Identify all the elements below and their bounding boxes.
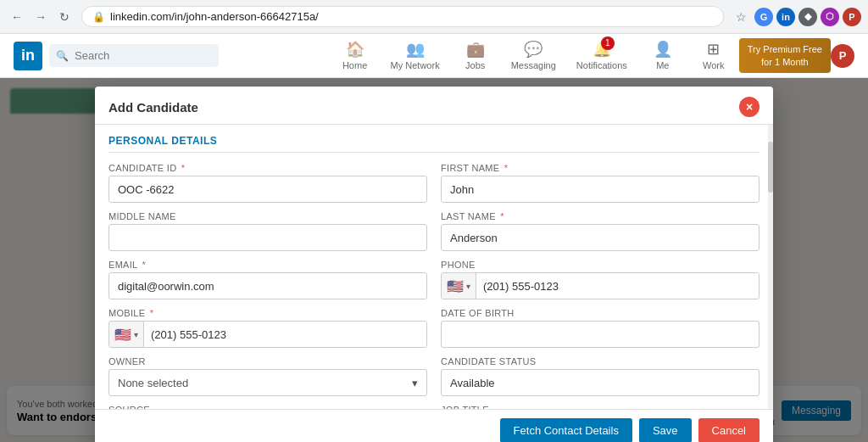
phone-label: PHONE: [441, 260, 760, 270]
nav-me[interactable]: 👤 Me: [637, 34, 688, 78]
email-group: EMAIL *: [108, 260, 427, 299]
ext-icon-2[interactable]: in: [776, 8, 795, 26]
nav-network-label: My Network: [391, 60, 440, 70]
scroll-indicator: [768, 125, 773, 409]
network-icon: 👥: [406, 41, 425, 58]
nav-network[interactable]: 👥 My Network: [381, 34, 450, 78]
first-name-label: FIRST NAME *: [441, 163, 760, 173]
bookmark-button[interactable]: ☆: [731, 7, 751, 27]
ext-icon-4[interactable]: ⬡: [821, 8, 839, 26]
form-grid: CANDIDATE ID * FIRST NAME *: [108, 163, 760, 409]
mobile-label: MOBILE *: [108, 308, 427, 318]
jobs-icon: 💼: [466, 41, 485, 58]
modal-header: Add Candidate ×: [95, 87, 773, 125]
mobile-flag-dropdown-arrow: ▾: [134, 330, 138, 339]
email-label: EMAIL *: [108, 260, 427, 270]
candidate-id-input[interactable]: [108, 176, 427, 203]
nav-notifications[interactable]: 🔔 1 Notifications: [566, 34, 637, 78]
candidate-status-label: CANDIDATE STATUS: [441, 356, 760, 366]
messaging-icon: 💬: [524, 41, 542, 58]
candidate-id-label: CANDIDATE ID *: [108, 163, 427, 173]
browser-icons: ☆ G in ◆ ⬡ P: [731, 7, 861, 27]
first-name-input[interactable]: [441, 176, 760, 203]
address-bar[interactable]: 🔒 linkedin.com/in/john-anderson-66642715…: [81, 6, 724, 27]
scroll-thumb: [768, 142, 773, 193]
nav-messaging[interactable]: 💬 Messaging: [501, 34, 566, 78]
source-label: SOURCE: [108, 405, 427, 409]
nav-work[interactable]: ⊞ Work: [688, 34, 739, 78]
main-nav: 🏠 Home 👥 My Network 💼 Jobs 💬 Messaging 🔔…: [330, 34, 854, 78]
first-name-group: FIRST NAME *: [441, 163, 760, 203]
last-name-input[interactable]: [441, 224, 760, 251]
modal-title: Add Candidate: [108, 100, 198, 115]
modal-body[interactable]: PERSONAL DETAILS CANDIDATE ID * FIRST NA: [95, 125, 773, 409]
mobile-number-input[interactable]: [144, 322, 426, 347]
phone-number-input[interactable]: [476, 273, 759, 299]
owner-dropdown[interactable]: None selected ▾: [108, 369, 427, 396]
mobile-input-wrap: 🇺🇸 ▾: [108, 321, 427, 348]
owner-group: OWNER None selected ▾: [108, 356, 427, 396]
candidate-status-input[interactable]: [441, 369, 760, 396]
browser-chrome: ← → ↻ 🔒 linkedin.com/in/john-anderson-66…: [0, 0, 868, 34]
job-title-label: JOB TITLE: [441, 405, 760, 409]
search-wrap: 🔍: [49, 44, 219, 67]
search-icon: 🔍: [56, 50, 69, 62]
ext-icon-1[interactable]: G: [754, 8, 773, 26]
premium-button[interactable]: Try Premium Free for 1 Month: [739, 38, 831, 73]
nav-jobs-label: Jobs: [465, 60, 485, 70]
nav-messaging-label: Messaging: [511, 60, 556, 70]
linkedin-header: in 🔍 🏠 Home 👥 My Network 💼 Jobs 💬 Messag…: [0, 34, 868, 78]
premium-line1: Try Premium Free: [748, 44, 822, 54]
middle-name-group: MIDDLE NAME: [108, 211, 427, 251]
us-flag-icon: 🇺🇸: [447, 278, 464, 294]
modal-close-button[interactable]: ×: [739, 97, 760, 117]
profile-ext-icon[interactable]: P: [843, 8, 861, 26]
phone-flag-button[interactable]: 🇺🇸 ▾: [442, 273, 476, 299]
save-button[interactable]: Save: [639, 418, 692, 442]
me-icon: 👤: [654, 41, 672, 58]
section-title: PERSONAL DETAILS: [108, 135, 760, 153]
owner-dropdown-arrow: ▾: [412, 377, 418, 389]
last-name-group: LAST NAME *: [441, 211, 760, 251]
middle-name-label: MIDDLE NAME: [108, 211, 427, 221]
fetch-contact-details-button[interactable]: Fetch Contact Details: [500, 418, 632, 442]
owner-label: OWNER: [108, 356, 427, 366]
back-button[interactable]: ←: [7, 7, 27, 27]
linkedin-logo: in: [14, 42, 42, 70]
dob-input[interactable]: [441, 321, 760, 348]
dob-label: DATE OF BIRTH: [441, 308, 760, 318]
nav-home-label: Home: [342, 60, 367, 70]
middle-name-input[interactable]: [108, 224, 427, 251]
nav-buttons: ← → ↻: [7, 7, 75, 27]
owner-value: None selected: [118, 377, 188, 389]
job-title-group: JOB TITLE: [441, 405, 760, 409]
nav-jobs[interactable]: 💼 Jobs: [450, 34, 501, 78]
add-candidate-modal: Add Candidate × PERSONAL DETAILS CANDIDA…: [95, 87, 773, 442]
nav-notifications-label: Notifications: [576, 60, 627, 70]
reload-button[interactable]: ↻: [54, 7, 75, 27]
url-text: linkedin.com/in/john-anderson-66642715a/: [110, 10, 319, 23]
last-name-label: LAST NAME *: [441, 211, 760, 221]
email-input[interactable]: [108, 272, 427, 299]
nav-home[interactable]: 🏠 Home: [330, 34, 381, 78]
source-group: SOURCE: [108, 405, 427, 409]
work-icon: ⊞: [707, 41, 720, 58]
ext-icon-3[interactable]: ◆: [798, 8, 817, 26]
home-icon: 🏠: [346, 41, 364, 58]
mobile-group: MOBILE * 🇺🇸 ▾: [108, 308, 427, 348]
forward-button[interactable]: →: [31, 7, 51, 27]
search-input[interactable]: [49, 44, 219, 67]
premium-line2: for 1 Month: [761, 57, 809, 67]
page-background: You've both worked at Oorwin Want to end…: [0, 78, 868, 442]
mobile-flag-button[interactable]: 🇺🇸 ▾: [109, 322, 144, 347]
modal-footer: Fetch Contact Details Save Cancel: [95, 409, 773, 442]
nav-work-label: Work: [703, 60, 724, 70]
cancel-button[interactable]: Cancel: [698, 418, 760, 442]
candidate-status-group: CANDIDATE STATUS: [441, 356, 760, 396]
phone-group: PHONE 🇺🇸 ▾: [441, 260, 760, 299]
phone-input-wrap: 🇺🇸 ▾: [441, 272, 760, 299]
modal-overlay: Add Candidate × PERSONAL DETAILS CANDIDA…: [0, 78, 868, 442]
profile-avatar[interactable]: P: [831, 44, 854, 68]
lock-icon: 🔒: [92, 11, 105, 23]
mobile-us-flag-icon: 🇺🇸: [114, 327, 131, 343]
